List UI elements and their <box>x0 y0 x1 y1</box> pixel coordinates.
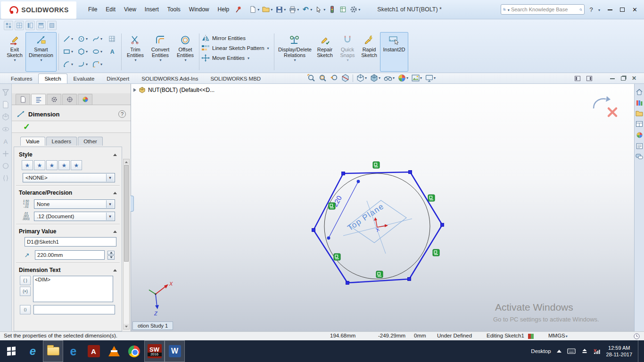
apply-scene-button[interactable] <box>412 74 422 82</box>
collapse-style-icon[interactable] <box>113 154 117 156</box>
search-scope-icon[interactable] <box>503 6 506 13</box>
relation-badges[interactable] <box>329 162 439 278</box>
custom-properties-icon[interactable] <box>636 143 643 149</box>
ellipse-tool-button[interactable] <box>90 45 105 58</box>
hide-show-items-button[interactable] <box>384 74 395 82</box>
rapid-sketch-button[interactable]: Rapid Sketch <box>358 32 380 72</box>
print-button[interactable] <box>287 4 300 15</box>
convert-entities-button[interactable]: Convert Entities <box>147 32 173 72</box>
tolerance-section-header[interactable]: Tolerance/Precision <box>15 187 121 197</box>
tag-clock-icon[interactable] <box>634 333 640 339</box>
unit-system[interactable]: MMGS <box>548 333 568 338</box>
configurationmanager-tab[interactable] <box>47 94 61 105</box>
tab-sketch[interactable]: Sketch <box>38 74 67 83</box>
tree-expand-icon[interactable] <box>133 88 136 92</box>
toolbar-icon-5[interactable] <box>47 21 57 30</box>
menu-window[interactable]: Window <box>185 4 214 15</box>
menu-file[interactable]: File <box>84 4 101 15</box>
tolerance-dropdown[interactable]: None <box>34 199 115 209</box>
pm-scrollbar-thumb[interactable] <box>124 165 129 262</box>
scroll-down-icon[interactable] <box>124 324 129 329</box>
start-button[interactable] <box>0 340 23 362</box>
delete-style-button[interactable]: ★ <box>46 160 58 170</box>
taskbar-chrome-button[interactable] <box>124 340 144 362</box>
previous-view-button[interactable] <box>330 74 338 82</box>
file-explorer-icon[interactable] <box>636 110 643 116</box>
search-input[interactable] <box>511 7 578 12</box>
apply-default-style-button[interactable]: ★ <box>22 160 33 170</box>
view-settings-button[interactable] <box>425 74 436 82</box>
show-hidden-icons-button[interactable] <box>557 350 561 353</box>
help-button[interactable]: ? <box>587 6 595 13</box>
tab-solidworks-add-ins[interactable]: SOLIDWORKS Add-Ins <box>135 74 204 83</box>
search-scope-caret[interactable] <box>507 6 510 13</box>
parentheses-icon[interactable]: ( ) <box>20 276 31 285</box>
flyout-feature-tree[interactable]: NUT(BOLT) (Default<<D... <box>133 87 215 93</box>
taskbar-solidworks-button[interactable]: SW 2016 <box>144 340 165 362</box>
featuremanager-tab[interactable] <box>16 94 30 105</box>
leaders-tab[interactable]: Leaders <box>46 137 77 146</box>
doc-minimize-button[interactable] <box>610 78 615 79</box>
tab-features[interactable]: Features <box>5 74 38 83</box>
menu-tools[interactable]: Tools <box>163 4 185 15</box>
doc-close-button[interactable]: ✕ <box>632 75 636 82</box>
forum-icon[interactable] <box>636 154 643 160</box>
display-delete-relations-button[interactable]: Display/Delete Relations <box>276 32 313 72</box>
panel-splitter-handle[interactable] <box>131 196 134 212</box>
exit-sketch-button[interactable]: Exit Sketch <box>4 32 25 72</box>
view-orientation-button[interactable] <box>356 74 367 82</box>
precision-dropdown[interactable]: .12 (Document) <box>34 212 115 221</box>
repair-sketch-button[interactable]: Repair Sketch <box>313 32 337 72</box>
display-style-button[interactable] <box>370 74 380 82</box>
touch-keyboard-icon[interactable] <box>567 348 576 354</box>
sketch-origin[interactable] <box>374 217 388 232</box>
left-toolbar-add-icon[interactable] <box>2 150 9 157</box>
edit-appearance-button[interactable] <box>398 74 408 82</box>
taskbar-ie-button[interactable]: e <box>23 340 43 362</box>
taskbar-file-explorer-button[interactable] <box>43 340 63 362</box>
left-pane-icon[interactable] <box>575 76 580 81</box>
plane-label[interactable]: Top Plane <box>346 202 386 233</box>
zoom-area-button[interactable] <box>319 74 327 82</box>
circle-tool-button[interactable] <box>75 33 90 45</box>
toolbar-icon-4[interactable] <box>36 21 46 30</box>
tab-evaluate[interactable]: Evaluate <box>67 74 101 83</box>
scroll-up-icon[interactable] <box>124 159 129 165</box>
document-status-icon[interactable] <box>528 334 534 340</box>
tab-solidworks-mbd[interactable]: SOLIDWORKS MBD <box>204 74 267 83</box>
minimize-button[interactable] <box>608 9 612 10</box>
properties-sheet-button[interactable] <box>338 4 348 15</box>
save-button[interactable] <box>274 4 287 15</box>
xpress-products-button[interactable] <box>327 4 337 15</box>
pm-help-icon[interactable]: ? <box>118 110 126 118</box>
dimension-text-extra-icon[interactable]: ⟨⟩ <box>20 305 31 314</box>
left-toolbar-annotation-icon[interactable]: A <box>2 138 9 145</box>
open-document-button[interactable] <box>261 4 273 15</box>
style-section-header[interactable]: Style <box>15 149 121 159</box>
right-pane-icon[interactable] <box>586 76 592 81</box>
save-style-button[interactable]: ★ <box>58 160 70 170</box>
dimension-text-extra-field[interactable] <box>33 305 115 314</box>
center-dimension-icon[interactable]: (×) <box>20 287 31 296</box>
collapse-primary-icon[interactable] <box>113 230 117 233</box>
dimension-text-section-header[interactable]: Dimension Text <box>15 264 121 275</box>
instant2d-button[interactable]: Instant2D <box>380 32 408 72</box>
left-toolbar-document-icon[interactable] <box>2 101 9 108</box>
pin-menu-button[interactable] <box>233 5 243 14</box>
line-tool-button[interactable] <box>61 33 75 45</box>
resources-home-icon[interactable] <box>636 88 643 95</box>
ok-check-icon[interactable]: ✓ <box>23 122 30 132</box>
dimension-value-field[interactable] <box>35 250 105 260</box>
add-style-button[interactable]: ★ <box>34 160 45 170</box>
left-toolbar-circle-icon[interactable] <box>2 162 9 170</box>
tangent-arc-tool-button[interactable] <box>75 58 90 71</box>
dimension-220[interactable]: 220 <box>327 180 360 240</box>
pm-scrollbar[interactable] <box>123 159 130 329</box>
help-caret[interactable] <box>598 6 600 13</box>
menu-insert[interactable]: Insert <box>140 4 163 15</box>
maximize-button[interactable] <box>620 8 625 12</box>
dimension-name-field[interactable] <box>25 237 116 247</box>
left-toolbar-eye-icon[interactable] <box>2 125 9 133</box>
toolbar-icon-2[interactable] <box>15 21 24 30</box>
toolbar-icon-3[interactable] <box>25 21 35 30</box>
